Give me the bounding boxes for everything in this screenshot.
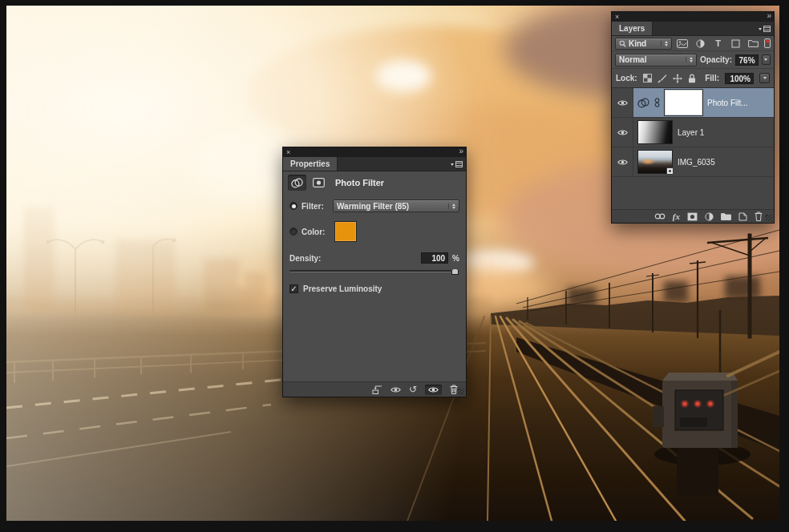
check-icon: ✓ [290,284,297,293]
layer-name[interactable]: Photo Filt... [707,99,748,107]
layers-titlebar[interactable]: × » [612,12,774,22]
lock-position-move-icon[interactable] [673,74,682,83]
search-icon [619,40,626,47]
filter-shape-layers-icon[interactable] [729,38,743,50]
layer-row-photo-filter[interactable]: Photo Filt... [612,88,774,118]
properties-tabrow: Properties [283,157,466,171]
layer-list: Photo Filt... Layer 1 [612,88,774,177]
reset-icon[interactable]: ↺ [409,385,417,394]
density-row: Density: 100 % [283,252,466,264]
opacity-input[interactable]: 76% [735,54,759,66]
delete-layer-icon[interactable] [755,212,763,221]
opacity-label: Opacity: [700,55,732,64]
collapse-to-icons-icon[interactable]: » [459,147,463,156]
new-group-icon[interactable] [721,212,731,220]
filter-type-layers-icon[interactable]: T [711,38,726,50]
view-previous-state-icon[interactable] [390,386,401,393]
layer-thumbnail-gradient[interactable] [637,120,673,144]
adjustment-title: Photo Filter [335,178,384,187]
slider-track[interactable] [289,270,459,272]
filter-dropdown[interactable]: Warming Filter (85) [333,200,459,212]
lock-all-icon[interactable] [688,74,696,83]
properties-titlebar[interactable]: × » [283,147,466,157]
photoshop-workspace: × » Properties Photo Filter Filter: W [0,0,789,532]
filter-row: Filter: Warming Filter (85) [283,200,466,212]
close-icon[interactable]: × [615,12,619,22]
filter-pixel-layers-icon[interactable] [675,38,690,50]
density-unit: % [452,254,459,263]
lock-pixels-brush-icon[interactable] [658,74,667,83]
layer-row-main[interactable]: IMG_6035 [633,147,774,176]
visibility-eye-icon[interactable] [612,118,633,147]
mask-icon[interactable] [310,175,328,191]
density-slider[interactable] [289,268,459,276]
color-swatch[interactable] [334,221,357,242]
resize-grip[interactable] [766,215,772,221]
layer-row-main[interactable]: Photo Filt... [633,88,774,117]
properties-body: Photo Filter Filter: Warming Filter (85)… [283,171,466,397]
fill-stepper-icon[interactable] [759,73,770,83]
blend-mode-value: Normal [619,55,682,64]
color-radio[interactable] [289,228,297,236]
smart-object-badge-icon [666,167,674,175]
layers-footer: fx [612,209,774,223]
lock-row: Lock: Fill: 100% [612,69,774,88]
layers-panel: × » Layers Kind [611,11,775,224]
resize-grip[interactable] [458,389,464,395]
photo-filter-layer-icon [637,98,649,108]
collapse-to-icons-icon[interactable]: » [767,11,771,21]
filter-value: Warming Filter (85) [337,202,445,211]
layer-effects-icon[interactable]: fx [673,212,680,221]
toggle-visibility-icon[interactable] [425,385,442,395]
dropdown-arrows-icon [448,204,455,209]
clip-to-layer-icon[interactable] [372,385,382,394]
layer-row-main[interactable]: Layer 1 [633,118,774,147]
panel-menu-icon[interactable] [451,161,463,167]
panel-menu-icon[interactable] [759,26,771,32]
visibility-eye-icon[interactable] [612,88,633,117]
lock-transparency-icon[interactable] [643,74,652,83]
properties-panel: × » Properties Photo Filter Filter: W [282,147,467,397]
blend-mode-dropdown[interactable]: Normal [615,54,697,66]
mask-link-icon[interactable] [654,98,660,107]
layer-filter-toggle-icon[interactable] [764,38,771,48]
layer-list-empty-area [612,177,774,209]
lock-label: Lock: [616,74,637,83]
link-layers-icon[interactable] [654,213,666,220]
fill-input[interactable]: 100% [725,73,754,84]
layer-filter-row: Kind T [612,36,774,51]
add-layer-mask-icon[interactable] [687,212,698,221]
properties-footer: ↺ [283,381,466,397]
filter-adjustment-layers-icon[interactable] [693,38,707,50]
dropdown-arrows-icon [661,41,668,46]
layer-name[interactable]: Layer 1 [678,128,704,137]
filter-smart-objects-icon[interactable] [747,38,761,50]
kind-filter-value: Kind [629,39,658,48]
tab-properties[interactable]: Properties [283,157,338,171]
layer-name[interactable]: IMG_6035 [678,158,715,167]
close-icon[interactable]: × [286,147,290,157]
photo-filter-adjustment-icon[interactable] [288,175,306,191]
blend-row: Normal Opacity: 76% [612,51,774,69]
layer-row-layer1[interactable]: Layer 1 [612,118,774,147]
layer-thumbnail-photo[interactable] [637,150,673,174]
new-adjustment-layer-icon[interactable] [705,212,714,221]
adjustment-header: Photo Filter [283,171,466,194]
layer-mask-thumbnail[interactable] [665,90,702,115]
fill-label: Fill: [705,74,719,83]
layer-row-img6035[interactable]: IMG_6035 [612,147,774,177]
filter-radio[interactable] [289,202,297,210]
delete-adjustment-icon[interactable] [450,385,458,394]
filter-label: Filter: [301,202,329,211]
color-row: Color: [283,221,466,242]
new-layer-icon[interactable] [738,212,747,221]
tab-layers[interactable]: Layers [612,22,653,35]
visibility-eye-icon[interactable] [612,147,633,176]
preserve-luminosity-label: Preserve Luminosity [303,284,382,293]
opacity-stepper-icon[interactable] [762,54,771,65]
preserve-luminosity-checkbox[interactable]: ✓ [289,284,298,293]
preserve-luminosity-row: ✓ Preserve Luminosity [283,284,466,293]
density-label: Density: [289,254,321,263]
kind-filter-dropdown[interactable]: Kind [615,38,672,50]
density-input[interactable]: 100 [421,252,448,264]
